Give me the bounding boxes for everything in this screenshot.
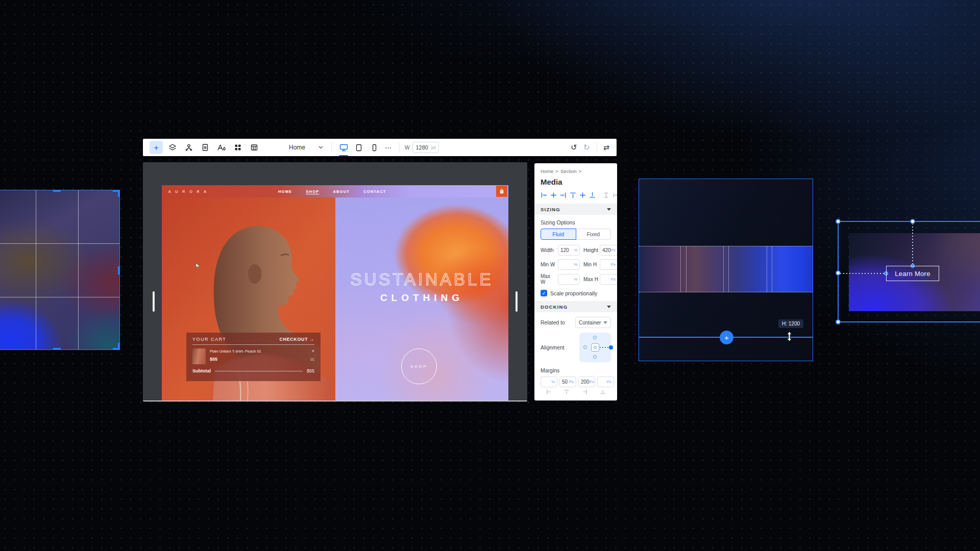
dock-left-dot[interactable] <box>583 345 587 349</box>
add-section-button[interactable]: + <box>720 331 733 344</box>
crop-handle-bottom[interactable] <box>53 348 61 350</box>
chevron-down-icon <box>607 208 611 211</box>
dock-top-dot[interactable] <box>593 336 597 339</box>
website-preview[interactable]: A U R O R A HOME SHOP ABOUT CONTACT <box>162 185 508 400</box>
nav-shop[interactable]: SHOP <box>306 189 319 194</box>
align-bottom-button[interactable] <box>589 192 596 198</box>
breadcrumb-home[interactable]: Home <box>541 168 553 174</box>
connections-button[interactable] <box>182 141 195 154</box>
toolbar-divider <box>331 142 332 153</box>
checkout-button[interactable]: CHECKOUT → <box>279 337 314 342</box>
editor-canvas: A U R O R A HOME SHOP ABOUT CONTACT <box>143 162 527 402</box>
fixed-option[interactable]: Fixed <box>576 229 611 240</box>
undo-button[interactable]: ↺ <box>568 143 580 152</box>
distribute-horizontal-button[interactable] <box>612 192 617 198</box>
selection-handle-top-left[interactable] <box>836 219 841 224</box>
dock-right-connector <box>600 347 610 348</box>
add-elements-button[interactable]: + <box>150 141 163 154</box>
inspector-panel: Home > Section > Media SIZING Sizing Opt… <box>534 163 617 400</box>
center-horizontal-button[interactable] <box>550 192 557 198</box>
zoom-mode-button[interactable]: ⇄ <box>601 143 611 152</box>
dock-right-dot-active[interactable] <box>609 345 613 349</box>
crop-grid-line <box>36 190 36 349</box>
active-device-indicator <box>339 155 348 157</box>
width-field-label: Width <box>541 247 556 253</box>
page-selector-dropdown[interactable]: Home <box>289 144 323 151</box>
site-logo[interactable]: A U R O R A <box>168 190 208 193</box>
sizing-section-header[interactable]: SIZING <box>534 204 617 215</box>
min-w-input[interactable]: % <box>558 259 580 270</box>
cart-bag-button[interactable] <box>496 186 507 197</box>
column-guide <box>680 246 681 292</box>
nav-contact[interactable]: CONTACT <box>363 189 386 194</box>
crop-handle-bottom-right[interactable] <box>118 343 120 350</box>
selection-handle-top-center[interactable] <box>910 219 915 224</box>
related-to-dropdown[interactable]: Container <box>575 317 611 328</box>
apps-grid-icon <box>234 143 242 152</box>
dock-bottom-dot[interactable] <box>593 355 597 359</box>
crop-handle-right[interactable] <box>118 266 120 274</box>
redo-icon: ↺ <box>583 143 590 152</box>
tablet-view-button[interactable] <box>351 139 366 156</box>
breadcrumb-section[interactable]: Section <box>560 168 577 174</box>
min-h-label: Min H <box>581 262 598 267</box>
align-right-button[interactable] <box>560 192 567 198</box>
canvas-resize-handle-right[interactable] <box>516 291 518 312</box>
more-options-button[interactable]: ⋯ <box>385 144 392 152</box>
margin-left-input[interactable]: % <box>541 377 557 387</box>
nav-about[interactable]: ABOUT <box>333 189 350 194</box>
center-vertical-button[interactable] <box>579 192 586 198</box>
section-artboard[interactable]: + H: 1200 <box>639 179 813 361</box>
distribute-vertical-button[interactable] <box>603 192 609 198</box>
margin-top-input[interactable]: 50Px <box>559 377 576 387</box>
cms-button[interactable] <box>248 141 261 154</box>
redo-button[interactable]: ↺ <box>580 143 593 152</box>
crop-handle-top[interactable] <box>53 190 61 192</box>
align-top-button[interactable] <box>570 192 576 198</box>
site-styles-button[interactable] <box>215 141 228 154</box>
min-h-input[interactable]: Px <box>600 259 617 270</box>
docking-section-header[interactable]: DOCKING <box>534 301 617 312</box>
ellipsis-icon: ⋯ <box>385 144 392 152</box>
column-guide <box>772 246 772 292</box>
device-switcher <box>336 139 382 156</box>
width-input[interactable]: 120% <box>558 245 580 256</box>
learn-more-button[interactable]: Learn More <box>886 266 939 281</box>
dock-center-node[interactable] <box>591 343 599 352</box>
cart-item-quantity: 01 <box>310 358 314 361</box>
crop-handle-top-right[interactable] <box>118 190 120 197</box>
height-field-label: Height <box>581 247 598 253</box>
margin-right-input[interactable]: 200Px <box>578 377 595 387</box>
layers-button[interactable] <box>166 141 179 154</box>
align-left-button[interactable] <box>541 192 547 198</box>
mobile-view-button[interactable] <box>366 139 382 156</box>
margin-top-dock-icon <box>559 389 575 394</box>
cart-subtotal-row: Subtotal $55 <box>186 364 321 373</box>
crop-mode-image[interactable] <box>0 190 120 350</box>
editor-toolbar: + Home ⋯ W 1280 px ↺ <box>143 139 617 156</box>
app-market-button[interactable] <box>231 141 244 154</box>
canvas-resize-handle-left[interactable] <box>153 291 155 312</box>
page-icon <box>201 143 209 152</box>
margin-bottom-input[interactable]: Px <box>597 377 614 387</box>
nav-home[interactable]: HOME <box>278 189 292 194</box>
alignment-toolbar <box>541 192 611 204</box>
selected-element-frame[interactable]: Learn More <box>838 221 980 322</box>
pages-button[interactable] <box>199 141 212 154</box>
remove-item-button[interactable]: × <box>312 348 314 354</box>
height-input[interactable]: 420Px <box>600 245 617 256</box>
desktop-icon <box>339 144 348 152</box>
selection-handle-left-middle[interactable] <box>836 270 841 276</box>
canvas-width-input[interactable]: 1280 px <box>412 142 439 153</box>
fluid-option[interactable]: Fluid <box>541 229 576 240</box>
media-strip-element[interactable] <box>639 246 813 292</box>
cart-item-thumbnail[interactable] <box>192 348 206 364</box>
selection-handle-bottom-left[interactable] <box>836 319 841 324</box>
scale-proportionally-checkbox[interactable]: ✓ <box>541 290 547 296</box>
shop-circle-button[interactable]: SHOP <box>401 348 437 384</box>
max-w-input[interactable]: % <box>558 274 580 285</box>
desktop-view-button[interactable] <box>336 139 351 156</box>
panel-title: Media <box>541 178 611 186</box>
max-h-input[interactable]: Px <box>600 274 617 285</box>
text-styles-icon <box>217 143 226 152</box>
